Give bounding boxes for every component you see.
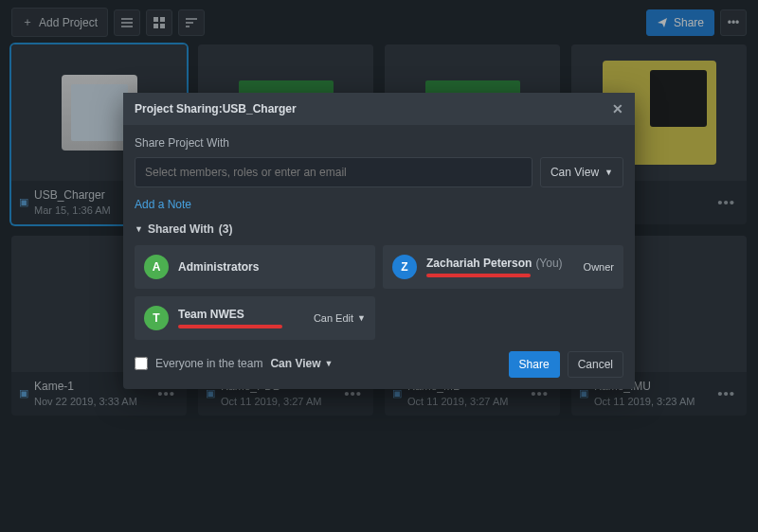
perm-label: Can View xyxy=(550,166,599,179)
chevron-down-icon: ▼ xyxy=(135,224,143,234)
shared-count: (3) xyxy=(219,222,233,236)
shared-with-label: Shared With xyxy=(148,222,214,236)
default-permission-dropdown[interactable]: Can View ▼ xyxy=(540,157,623,187)
chevron-down-icon: ▼ xyxy=(325,359,334,368)
share-with-label: Share Project With xyxy=(135,136,623,150)
member-row: T Team NWES Can Edit ▼ xyxy=(135,296,375,340)
modal-overlay: Project Sharing: USB_Charger ✕ Share Pro… xyxy=(0,0,758,532)
redacted-text xyxy=(426,274,531,277)
member-name: Team NWES xyxy=(178,308,244,321)
avatar: T xyxy=(144,306,169,330)
chevron-down-icon: ▼ xyxy=(357,313,366,323)
member-row: Z Zachariah Peterson (You) Owner xyxy=(383,245,623,289)
member-name: Administrators xyxy=(178,260,259,274)
shared-members: A Administrators Z Zachariah Peterson (Y… xyxy=(135,245,623,340)
member-name: Zachariah Peterson xyxy=(426,257,532,270)
modal-header: Project Sharing: USB_Charger ✕ xyxy=(123,93,635,125)
avatar: A xyxy=(144,255,169,279)
avatar: Z xyxy=(392,255,417,279)
share-confirm-button[interactable]: Share xyxy=(509,351,560,378)
member-row: A Administrators xyxy=(135,245,375,289)
project-sharing-modal: Project Sharing: USB_Charger ✕ Share Pro… xyxy=(123,93,635,389)
modal-title-prefix: Project Sharing: xyxy=(135,102,223,115)
modal-title-project: USB_Charger xyxy=(223,102,297,115)
chevron-down-icon: ▼ xyxy=(605,168,613,177)
share-input[interactable] xyxy=(135,157,532,187)
close-icon[interactable]: ✕ xyxy=(612,101,623,116)
member-permission: Owner xyxy=(584,261,614,273)
cancel-button[interactable]: Cancel xyxy=(568,351,623,378)
everyone-checkbox[interactable] xyxy=(135,357,148,370)
redacted-text xyxy=(178,325,282,328)
member-permission-dropdown[interactable]: Can Edit ▼ xyxy=(314,312,366,324)
you-suffix: (You) xyxy=(535,257,562,270)
shared-with-toggle[interactable]: ▼ Shared With (3) xyxy=(135,222,623,236)
add-note-link[interactable]: Add a Note xyxy=(135,198,191,211)
everyone-label: Everyone in the team xyxy=(155,357,262,370)
everyone-permission-dropdown[interactable]: Can View ▼ xyxy=(270,357,333,370)
